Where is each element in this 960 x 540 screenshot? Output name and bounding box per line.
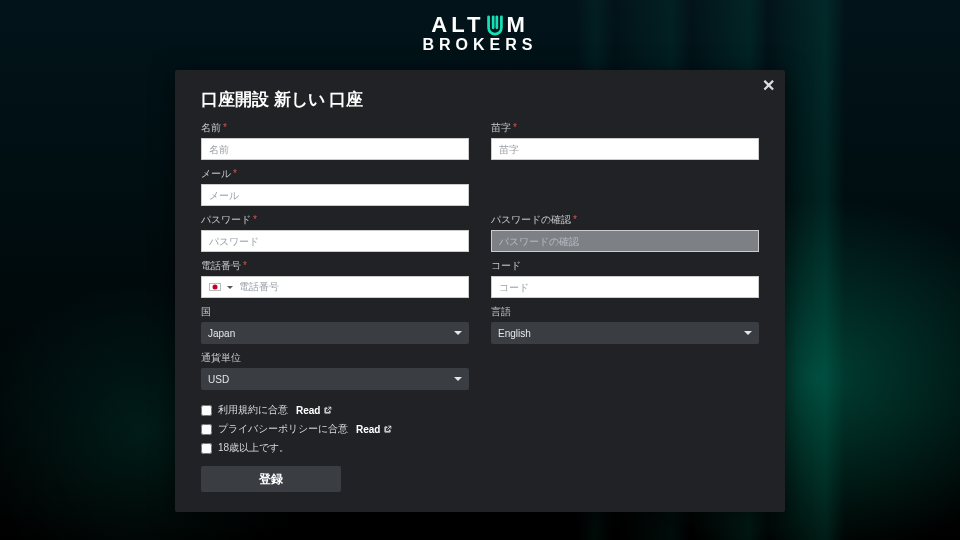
terms-read-link[interactable]: Read [296,405,332,416]
external-link-icon [383,425,392,434]
password-confirm-label: パスワードの確認* [491,213,759,227]
chevron-down-icon [454,331,462,335]
password-input[interactable] [201,230,469,252]
currency-label: 通貨単位 [201,351,469,365]
currency-select[interactable]: USD [201,368,469,390]
register-panel: ✕ 口座開設 新しい 口座 名前* 苗字* メール* パスワード [175,70,785,512]
brand-line2: BROKERS [0,36,960,54]
phone-label: 電話番号* [201,259,469,273]
privacy-read-link[interactable]: Read [356,424,392,435]
chevron-down-icon [744,331,752,335]
country-label: 国 [201,305,469,319]
password-confirm-input[interactable] [491,230,759,252]
terms-row[interactable]: 利用規約に合意 Read [201,403,759,417]
agreements: 利用規約に合意 Read プライバシーポリシーに合意 Read 18歳以上です。 [201,403,759,455]
code-input[interactable] [491,276,759,298]
privacy-label: プライバシーポリシーに合意 [218,422,348,436]
language-select[interactable]: English [491,322,759,344]
submit-button[interactable]: 登録 [201,466,341,492]
brand-logo-icon [484,14,506,36]
age-checkbox[interactable] [201,443,212,454]
email-label: メール* [201,167,469,181]
privacy-row[interactable]: プライバシーポリシーに合意 Read [201,422,759,436]
terms-checkbox[interactable] [201,405,212,416]
phone-input[interactable]: 電話番号 [201,276,469,298]
flag-japan-icon[interactable] [209,283,221,291]
code-label: コード [491,259,759,273]
age-label: 18歳以上です。 [218,441,289,455]
last-name-label: 苗字* [491,121,759,135]
country-select[interactable]: Japan [201,322,469,344]
brand-line1b: M [506,12,528,38]
privacy-checkbox[interactable] [201,424,212,435]
country-value: Japan [208,328,235,339]
email-input[interactable] [201,184,469,206]
terms-label: 利用規約に合意 [218,403,288,417]
language-label: 言語 [491,305,759,319]
brand-logo: ALT M BROKERS [0,0,960,70]
brand-line1a: ALT [431,12,484,38]
first-name-label: 名前* [201,121,469,135]
age-row[interactable]: 18歳以上です。 [201,441,759,455]
language-value: English [498,328,531,339]
chevron-down-icon [454,377,462,381]
external-link-icon [323,406,332,415]
password-label: パスワード* [201,213,469,227]
close-icon[interactable]: ✕ [762,76,775,95]
phone-placeholder: 電話番号 [239,280,279,294]
last-name-input[interactable] [491,138,759,160]
chevron-down-icon[interactable] [227,286,233,289]
currency-value: USD [208,374,229,385]
first-name-input[interactable] [201,138,469,160]
panel-title: 口座開設 新しい 口座 [201,88,759,111]
